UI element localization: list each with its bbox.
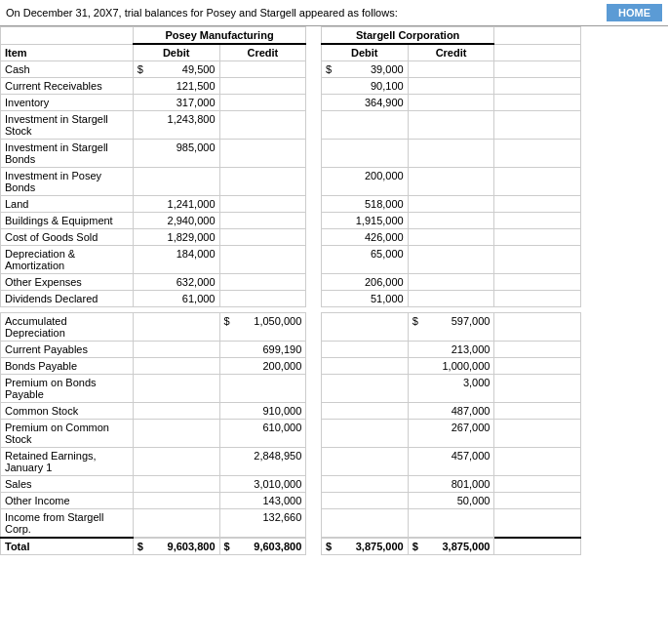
stargell-debit-cell: 426,000	[321, 229, 408, 246]
table-row: Accumulated Depreciation$1,050,000$597,0…	[1, 313, 668, 342]
posey-debit-cell	[133, 313, 219, 342]
stargell-debit-header: Debit	[321, 44, 408, 61]
divider2	[306, 44, 322, 61]
stargell-debit-cell: 364,900	[321, 95, 408, 111]
table-row: Dividends Declared61,00051,000	[1, 291, 668, 307]
stargell-credit-cell: 267,000	[408, 420, 494, 448]
stargell-credit-cell: 457,000	[408, 448, 494, 476]
posey-debit-cell: $49,500	[133, 61, 219, 78]
posey-group-header: Posey Manufacturing	[133, 27, 306, 45]
stargell-debit-cell	[321, 313, 408, 342]
posey-debit-cell	[133, 375, 219, 403]
posey-debit-cell	[133, 476, 219, 493]
table-row: Investment in Posey Bonds200,000	[1, 168, 668, 196]
stargell-debit-cell	[321, 476, 408, 493]
empty-extra-2	[494, 44, 581, 61]
posey-debit-cell	[133, 493, 219, 509]
posey-credit-cell	[219, 375, 306, 403]
posey-credit-cell: 3,010,000	[219, 476, 306, 493]
stargell-credit-cell	[408, 168, 494, 196]
stargell-debit-cell: 90,100	[321, 78, 408, 95]
posey-debit-cell	[133, 342, 219, 358]
item-subheader: Item	[1, 44, 134, 61]
posey-credit-cell	[219, 213, 306, 229]
item-cell: Land	[1, 196, 134, 213]
posey-credit-cell	[219, 168, 306, 196]
item-cell: Bonds Payable	[1, 358, 134, 375]
posey-debit-cell: 1,241,000	[133, 196, 219, 213]
posey-debit-cell	[133, 420, 219, 448]
posey-debit-cell: 1,243,800	[133, 111, 219, 140]
stargell-debit-cell	[321, 420, 408, 448]
header-bar: On December 31, 20X7, trial balances for…	[0, 0, 668, 26]
stargell-debit-cell	[321, 375, 408, 403]
stargell-debit-cell	[321, 448, 408, 476]
table-row: Cash$49,500$39,000	[1, 61, 668, 78]
stargell-debit-cell: 1,915,000	[321, 213, 408, 229]
posey-credit-cell	[219, 246, 306, 274]
stargell-credit-cell: 50,000	[408, 493, 494, 509]
item-cell: Dividends Declared	[1, 291, 134, 307]
posey-debit-cell: 2,940,000	[133, 213, 219, 229]
posey-debit-cell: 1,829,000	[133, 229, 219, 246]
posey-debit-cell	[133, 448, 219, 476]
posey-credit-cell	[219, 291, 306, 307]
table-row: Sales3,010,000801,000	[1, 476, 668, 493]
item-cell: Sales	[1, 476, 134, 493]
stargell-debit-cell: 206,000	[321, 274, 408, 291]
stargell-debit-cell	[321, 342, 408, 358]
item-cell: Investment in Stargell Bonds	[1, 140, 134, 168]
stargell-credit-cell	[408, 78, 494, 95]
item-cell: Buildings & Equipment	[1, 213, 134, 229]
total-row: Total$ 9,603,800$ 9,603,800$ 3,875,000$ …	[1, 538, 668, 555]
stargell-credit-cell	[408, 509, 494, 539]
table-row: Inventory317,000364,900	[1, 95, 668, 111]
posey-credit-cell	[219, 78, 306, 95]
item-cell: Accumulated Depreciation	[1, 313, 134, 342]
stargell-credit-header: Credit	[408, 44, 494, 61]
stargell-debit-cell	[321, 493, 408, 509]
table-row: Investment in Stargell Stock1,243,800	[1, 111, 668, 140]
stargell-credit-cell: 801,000	[408, 476, 494, 493]
posey-debit-cell: 121,500	[133, 78, 219, 95]
table-row: Common Stock910,000487,000	[1, 403, 668, 420]
posey-credit-cell: 699,190	[219, 342, 306, 358]
stargell-debit-cell	[321, 358, 408, 375]
table-row: Bonds Payable200,0001,000,000	[1, 358, 668, 375]
item-cell: Depreciation & Amortization	[1, 246, 134, 274]
item-cell: Other Expenses	[1, 274, 134, 291]
stargell-debit-cell	[321, 140, 408, 168]
posey-credit-cell	[219, 111, 306, 140]
stargell-group-header: Stargell Corporation	[321, 27, 494, 45]
stargell-debit-cell: $39,000	[321, 61, 408, 78]
item-cell: Investment in Posey Bonds	[1, 168, 134, 196]
item-cell: Cost of Goods Sold	[1, 229, 134, 246]
posey-debit-cell: 61,000	[133, 291, 219, 307]
stargell-credit-cell	[408, 274, 494, 291]
stargell-credit-cell: 487,000	[408, 403, 494, 420]
posey-credit-cell	[219, 140, 306, 168]
table-row: Investment in Stargell Bonds985,000	[1, 140, 668, 168]
home-button[interactable]: HOME	[607, 4, 662, 21]
posey-credit-cell	[219, 229, 306, 246]
trial-balance-table: Posey Manufacturing Stargell Corporation…	[0, 26, 668, 555]
divider	[306, 27, 322, 45]
stargell-credit-cell	[408, 246, 494, 274]
posey-debit-header: Debit	[133, 44, 219, 61]
stargell-debit-cell	[321, 111, 408, 140]
posey-debit-cell: 985,000	[133, 140, 219, 168]
posey-credit-cell: 132,660	[219, 509, 306, 539]
stargell-credit-cell	[408, 61, 494, 78]
header-text: On December 31, 20X7, trial balances for…	[6, 7, 398, 19]
posey-debit-cell: 184,000	[133, 246, 219, 274]
stargell-credit-cell	[408, 196, 494, 213]
table-row: Premium on Bonds Payable3,000	[1, 375, 668, 403]
posey-credit-cell	[219, 196, 306, 213]
posey-credit-cell	[219, 274, 306, 291]
posey-debit-cell	[133, 168, 219, 196]
item-cell: Inventory	[1, 95, 134, 111]
stargell-credit-cell: 213,000	[408, 342, 494, 358]
stargell-credit-cell	[408, 291, 494, 307]
posey-credit-cell: 200,000	[219, 358, 306, 375]
item-cell: Current Receivables	[1, 78, 134, 95]
